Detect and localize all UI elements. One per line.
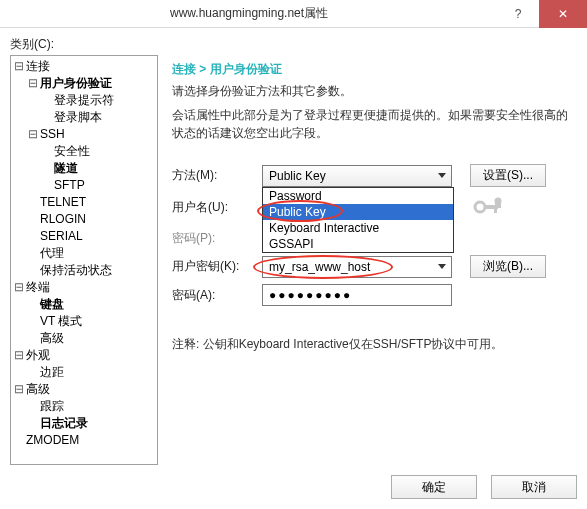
passphrase-label: 密码(A): (172, 287, 262, 304)
tree-item[interactable]: ⊟高级 跟踪 日志记录 (13, 381, 157, 432)
tree-item[interactable]: ZMODEM (13, 432, 157, 449)
close-button[interactable]: ✕ (539, 0, 587, 28)
ok-button[interactable]: 确定 (391, 475, 477, 499)
browse-button[interactable]: 浏览(B)... (470, 255, 546, 278)
tree-item[interactable]: 跟踪 (27, 398, 157, 415)
collapse-icon[interactable]: ⊟ (13, 347, 25, 364)
tree-item[interactable]: ⊟外观 边距 (13, 347, 157, 381)
tree-item[interactable]: 日志记录 (27, 415, 157, 432)
method-value: Public Key (269, 169, 326, 183)
window-title: www.huangmingming.net属性 (170, 5, 328, 22)
collapse-icon[interactable]: ⊟ (13, 58, 25, 75)
chevron-down-icon (437, 260, 447, 274)
tree-item[interactable]: 边距 (27, 364, 157, 381)
method-option[interactable]: GSSAPI (263, 236, 453, 252)
tree-item[interactable]: 高级 (27, 330, 157, 347)
tree-item[interactable]: SERIAL (27, 228, 157, 245)
settings-pane: 连接 > 用户身份验证 请选择身份验证方法和其它参数。 会话属性中此部分是为了登… (158, 55, 577, 465)
tree-item[interactable]: 代理 (27, 245, 157, 262)
chevron-down-icon (437, 169, 447, 183)
description-text: 会话属性中此部分是为了登录过程更便捷而提供的。如果需要安全性很高的状态的话建议您… (172, 106, 577, 142)
collapse-icon[interactable]: ⊟ (27, 75, 39, 92)
method-label: 方法(M): (172, 167, 262, 184)
collapse-icon[interactable]: ⊟ (13, 381, 25, 398)
tree-item[interactable]: 安全性 (41, 143, 157, 160)
breadcrumb: 连接 > 用户身份验证 (172, 55, 577, 82)
method-option[interactable]: Public Key (263, 204, 453, 220)
svg-point-0 (475, 202, 485, 212)
tree-item[interactable]: 登录脚本 (41, 109, 157, 126)
title-bar: www.huangmingming.net属性 ? ✕ (0, 0, 587, 28)
collapse-icon[interactable]: ⊟ (27, 126, 39, 143)
username-label: 用户名(U): (172, 199, 262, 216)
intro-text: 请选择身份验证方法和其它参数。 (172, 82, 577, 100)
tree-item[interactable]: 登录提示符 (41, 92, 157, 109)
tree-item[interactable]: ⊟连接 ⊟用户身份验证 登录提示符 登录脚本 ⊟SSH 安全性 (13, 58, 157, 279)
method-select[interactable]: Public Key Password Public Key Keyboard … (262, 165, 452, 187)
tree-item[interactable]: VT 模式 (27, 313, 157, 330)
tree-item[interactable]: ⊟终端 键盘 VT 模式 高级 (13, 279, 157, 347)
method-option[interactable]: Password (263, 188, 453, 204)
key-lock-icon (470, 193, 504, 221)
svg-rect-4 (495, 203, 501, 208)
tree-item[interactable]: ⊟用户身份验证 登录提示符 登录脚本 (27, 75, 157, 126)
footnote: 注释: 公钥和Keyboard Interactive仅在SSH/SFTP协议中… (172, 336, 577, 353)
passphrase-value: ●●●●●●●●● (269, 288, 352, 302)
password-label: 密码(P): (172, 230, 262, 247)
category-label: 类别(C): (10, 36, 577, 53)
tree-item[interactable]: RLOGIN (27, 211, 157, 228)
category-tree[interactable]: ⊟连接 ⊟用户身份验证 登录提示符 登录脚本 ⊟SSH 安全性 (10, 55, 158, 465)
method-option[interactable]: Keyboard Interactive (263, 220, 453, 236)
method-dropdown: Password Public Key Keyboard Interactive… (262, 187, 454, 253)
userkey-label: 用户密钥(K): (172, 258, 262, 275)
setup-button[interactable]: 设置(S)... (470, 164, 546, 187)
help-button[interactable]: ? (497, 0, 539, 28)
tree-item[interactable]: SFTP (41, 177, 157, 194)
dialog-footer: 确定 取消 (10, 465, 577, 499)
tree-item[interactable]: TELNET (27, 194, 157, 211)
cancel-button[interactable]: 取消 (491, 475, 577, 499)
tree-item[interactable]: 隧道 (41, 160, 157, 177)
collapse-icon[interactable]: ⊟ (13, 279, 25, 296)
userkey-select[interactable]: my_rsa_www_host (262, 256, 452, 278)
tree-item[interactable]: 保持活动状态 (27, 262, 157, 279)
userkey-value: my_rsa_www_host (269, 260, 370, 274)
tree-item[interactable]: 键盘 (27, 296, 157, 313)
tree-item[interactable]: ⊟SSH 安全性 隧道 SFTP (27, 126, 157, 194)
passphrase-input[interactable]: ●●●●●●●●● (262, 284, 452, 306)
